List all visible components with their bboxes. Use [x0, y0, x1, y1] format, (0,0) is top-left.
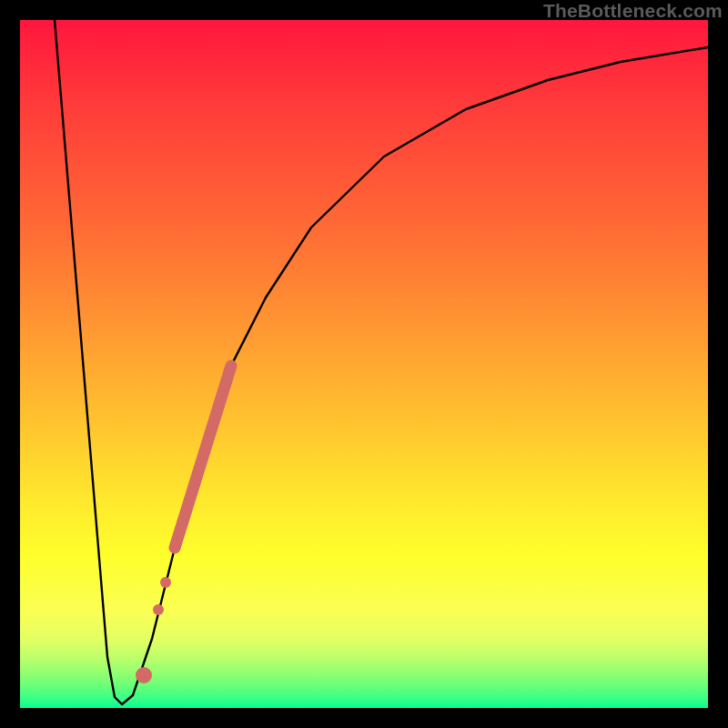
chart-frame: TheBottleneck.com	[0, 0, 728, 728]
plot-area	[20, 20, 708, 708]
dashed-segment	[175, 366, 231, 548]
watermark-text: TheBottleneck.com	[543, 0, 723, 22]
dot-3	[136, 667, 152, 683]
bottleneck-curve	[20, 20, 708, 708]
dot-1	[153, 604, 164, 615]
curve-path	[55, 20, 708, 704]
dot-2	[160, 577, 171, 588]
